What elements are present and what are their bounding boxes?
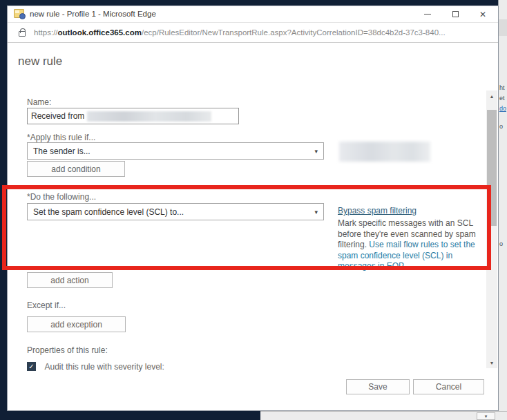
redacted-condition-value bbox=[339, 142, 430, 162]
url-text[interactable]: https://outlook.office365.com/ecp/RulesE… bbox=[34, 28, 490, 37]
content-scrollbar[interactable]: ▲ ▼ bbox=[486, 90, 497, 368]
condition-select[interactable]: The sender is... ▾ bbox=[27, 142, 324, 160]
redacted-name-text bbox=[87, 111, 211, 122]
maximize-button[interactable] bbox=[441, 6, 469, 22]
background-text-fragment: et bbox=[499, 95, 505, 102]
rule-name-input[interactable]: Received from bbox=[27, 108, 239, 124]
background-text-fragment: o bbox=[499, 123, 503, 130]
bypass-spam-filtering-link[interactable]: Bypass spam filtering bbox=[338, 206, 417, 216]
do-following-label: *Do the following... bbox=[27, 192, 96, 202]
close-icon: ✕ bbox=[479, 10, 486, 19]
background-link-fragment: do bbox=[499, 105, 506, 112]
rule-name-value: Received from bbox=[31, 111, 84, 121]
action-select[interactable]: Set the spam confidence level (SCL) to..… bbox=[27, 203, 324, 220]
window-title: new rule - Profile 1 - Microsoft Edge bbox=[30, 10, 156, 18]
url-protocol: https:// bbox=[34, 28, 58, 37]
name-label: Name: bbox=[27, 97, 51, 107]
minimize-icon bbox=[424, 14, 431, 15]
scroll-up-icon[interactable]: ▲ bbox=[486, 90, 497, 102]
scroll-down-icon[interactable]: ▼ bbox=[486, 357, 497, 368]
close-button[interactable]: ✕ bbox=[469, 6, 497, 22]
maximize-icon bbox=[452, 11, 459, 17]
condition-select-value: The sender is... bbox=[33, 146, 90, 156]
page-title: new rule bbox=[18, 55, 62, 68]
url-domain: outlook.office365.com bbox=[58, 28, 142, 37]
window-controls: ✕ bbox=[414, 6, 497, 22]
apply-rule-label: *Apply this rule if... bbox=[27, 133, 95, 142]
audit-checkbox-label: Audit this rule with severity level: bbox=[44, 362, 164, 372]
minimize-button[interactable] bbox=[414, 6, 441, 22]
add-exception-button[interactable]: add exception bbox=[27, 316, 126, 332]
chevron-down-icon: ▾ bbox=[314, 209, 318, 216]
lock-icon bbox=[19, 31, 26, 37]
edge-popup-window: new rule - Profile 1 - Microsoft Edge ✕ … bbox=[7, 6, 499, 411]
window-titlebar[interactable]: new rule - Profile 1 - Microsoft Edge ✕ bbox=[8, 6, 498, 22]
save-button[interactable]: Save bbox=[346, 379, 410, 394]
check-icon: ✓ bbox=[27, 362, 36, 371]
background-window-toolbar-sliver bbox=[499, 19, 507, 36]
audit-row: ✓ Audit this rule with severity level: bbox=[27, 362, 317, 372]
properties-label: Properties of this rule: bbox=[27, 345, 108, 355]
action-select-value: Set the spam confidence level (SCL) to..… bbox=[33, 207, 184, 217]
background-window-right-sliver: ht et do o o bbox=[498, 0, 507, 420]
background-text-fragment: ht bbox=[499, 84, 505, 91]
ecp-favicon-icon bbox=[14, 9, 24, 18]
background-text-fragment: o bbox=[499, 240, 503, 247]
audit-checkbox[interactable]: ✓ bbox=[27, 362, 36, 371]
url-path: /ecp/RulesEditor/NewTransportRule.aspx?A… bbox=[142, 28, 446, 37]
cancel-button[interactable]: Cancel bbox=[413, 379, 484, 394]
scrollbar-thumb[interactable] bbox=[487, 110, 497, 226]
background-window-bottom-sliver: ▾ bbox=[260, 411, 507, 420]
chevron-down-icon: ▾ bbox=[314, 148, 318, 155]
help-description: Mark specific messages with an SCL befor… bbox=[338, 218, 490, 272]
address-bar[interactable]: https://outlook.office365.com/ecp/RulesE… bbox=[8, 22, 498, 43]
background-scroll-down-icon: ▾ bbox=[477, 412, 495, 420]
add-condition-button[interactable]: add condition bbox=[27, 161, 125, 177]
add-action-button[interactable]: add action bbox=[27, 272, 113, 288]
except-label: Except if... bbox=[27, 300, 66, 310]
action-help-panel: Bypass spam filtering Mark specific mess… bbox=[338, 204, 490, 272]
